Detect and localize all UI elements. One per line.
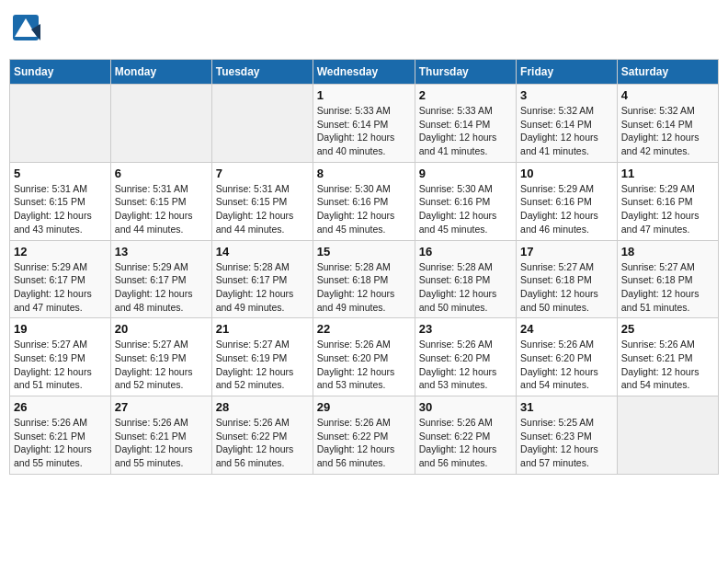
- day-number: 6: [115, 167, 208, 180]
- day-info: Sunrise: 5:31 AMSunset: 6:15 PMDaylight:…: [14, 182, 107, 236]
- day-info: Sunrise: 5:26 AMSunset: 6:21 PMDaylight:…: [621, 338, 714, 392]
- weekday-header: Monday: [110, 60, 211, 85]
- calendar-week-row: 1Sunrise: 5:33 AMSunset: 6:14 PMDaylight…: [10, 85, 719, 163]
- day-info: Sunrise: 5:26 AMSunset: 6:22 PMDaylight:…: [419, 416, 512, 470]
- calendar-week-row: 26Sunrise: 5:26 AMSunset: 6:21 PMDayligh…: [10, 396, 719, 475]
- calendar-day-cell: 25Sunrise: 5:26 AMSunset: 6:21 PMDayligh…: [617, 318, 718, 396]
- calendar-day-cell: 18Sunrise: 5:27 AMSunset: 6:18 PMDayligh…: [617, 240, 718, 318]
- calendar-day-cell: 26Sunrise: 5:26 AMSunset: 6:21 PMDayligh…: [10, 396, 111, 475]
- calendar-day-cell: 15Sunrise: 5:28 AMSunset: 6:18 PMDayligh…: [313, 240, 415, 318]
- day-number: 20: [115, 322, 208, 336]
- day-number: 31: [520, 400, 613, 414]
- day-info: Sunrise: 5:27 AMSunset: 6:19 PMDaylight:…: [115, 338, 208, 392]
- calendar-day-cell: 21Sunrise: 5:27 AMSunset: 6:19 PMDayligh…: [211, 318, 313, 396]
- calendar-week-row: 19Sunrise: 5:27 AMSunset: 6:19 PMDayligh…: [10, 318, 719, 396]
- day-number: 17: [520, 245, 613, 259]
- calendar-day-cell: 13Sunrise: 5:29 AMSunset: 6:17 PMDayligh…: [110, 240, 211, 318]
- weekday-header: Wednesday: [313, 60, 415, 85]
- day-info: Sunrise: 5:26 AMSunset: 6:20 PMDaylight:…: [419, 338, 512, 392]
- calendar-day-cell: 22Sunrise: 5:26 AMSunset: 6:20 PMDayligh…: [313, 318, 415, 396]
- calendar-day-cell: [10, 85, 111, 163]
- day-info: Sunrise: 5:30 AMSunset: 6:16 PMDaylight:…: [419, 182, 512, 236]
- calendar-day-cell: 9Sunrise: 5:30 AMSunset: 6:16 PMDaylight…: [415, 162, 516, 240]
- day-number: 21: [216, 322, 309, 336]
- day-info: Sunrise: 5:26 AMSunset: 6:22 PMDaylight:…: [317, 416, 411, 470]
- calendar-day-cell: 30Sunrise: 5:26 AMSunset: 6:22 PMDayligh…: [415, 396, 516, 475]
- calendar-week-row: 5Sunrise: 5:31 AMSunset: 6:15 PMDaylight…: [10, 162, 719, 240]
- day-info: Sunrise: 5:28 AMSunset: 6:18 PMDaylight:…: [317, 260, 411, 315]
- logo-icon: [13, 15, 40, 48]
- day-number: 16: [419, 245, 512, 259]
- weekday-header: Thursday: [415, 60, 516, 85]
- day-info: Sunrise: 5:32 AMSunset: 6:14 PMDaylight:…: [621, 104, 714, 158]
- day-number: 29: [317, 400, 411, 414]
- calendar-day-cell: 24Sunrise: 5:26 AMSunset: 6:20 PMDayligh…: [517, 318, 618, 396]
- day-info: Sunrise: 5:27 AMSunset: 6:19 PMDaylight:…: [216, 338, 309, 392]
- calendar-day-cell: 14Sunrise: 5:28 AMSunset: 6:17 PMDayligh…: [211, 240, 313, 318]
- calendar-body: 1Sunrise: 5:33 AMSunset: 6:14 PMDaylight…: [10, 85, 719, 475]
- day-info: Sunrise: 5:28 AMSunset: 6:18 PMDaylight:…: [419, 260, 512, 315]
- day-number: 27: [115, 400, 208, 414]
- day-info: Sunrise: 5:25 AMSunset: 6:23 PMDaylight:…: [520, 416, 613, 470]
- day-number: 24: [520, 322, 613, 336]
- page-header: [9, 9, 719, 53]
- day-info: Sunrise: 5:33 AMSunset: 6:14 PMDaylight:…: [317, 104, 411, 158]
- day-number: 22: [317, 322, 411, 336]
- weekday-header: Sunday: [10, 60, 111, 85]
- day-info: Sunrise: 5:31 AMSunset: 6:15 PMDaylight:…: [216, 182, 309, 236]
- weekday-header: Tuesday: [211, 60, 313, 85]
- calendar-day-cell: [110, 85, 211, 163]
- day-info: Sunrise: 5:27 AMSunset: 6:18 PMDaylight:…: [621, 260, 714, 315]
- day-info: Sunrise: 5:27 AMSunset: 6:18 PMDaylight:…: [520, 260, 613, 315]
- day-number: 11: [621, 167, 714, 180]
- calendar-day-cell: 16Sunrise: 5:28 AMSunset: 6:18 PMDayligh…: [415, 240, 516, 318]
- calendar-day-cell: 12Sunrise: 5:29 AMSunset: 6:17 PMDayligh…: [10, 240, 111, 318]
- day-info: Sunrise: 5:33 AMSunset: 6:14 PMDaylight:…: [419, 104, 512, 158]
- day-number: 3: [520, 88, 613, 102]
- day-number: 26: [14, 400, 107, 414]
- day-number: 15: [317, 245, 411, 259]
- day-number: 9: [419, 167, 512, 180]
- day-info: Sunrise: 5:32 AMSunset: 6:14 PMDaylight:…: [520, 104, 613, 158]
- day-number: 2: [419, 88, 512, 102]
- calendar-day-cell: 20Sunrise: 5:27 AMSunset: 6:19 PMDayligh…: [110, 318, 211, 396]
- calendar-week-row: 12Sunrise: 5:29 AMSunset: 6:17 PMDayligh…: [10, 240, 719, 318]
- day-number: 28: [216, 400, 309, 414]
- calendar-day-cell: 28Sunrise: 5:26 AMSunset: 6:22 PMDayligh…: [211, 396, 313, 475]
- day-number: 8: [317, 167, 411, 180]
- day-number: 25: [621, 322, 714, 336]
- day-info: Sunrise: 5:31 AMSunset: 6:15 PMDaylight:…: [115, 182, 208, 236]
- logo: [13, 15, 44, 48]
- calendar-day-cell: 7Sunrise: 5:31 AMSunset: 6:15 PMDaylight…: [211, 162, 313, 240]
- calendar-day-cell: 27Sunrise: 5:26 AMSunset: 6:21 PMDayligh…: [110, 396, 211, 475]
- day-number: 7: [216, 167, 309, 180]
- day-number: 23: [419, 322, 512, 336]
- calendar-day-cell: 11Sunrise: 5:29 AMSunset: 6:16 PMDayligh…: [617, 162, 718, 240]
- day-number: 1: [317, 88, 411, 102]
- weekday-header: Saturday: [617, 60, 718, 85]
- calendar-day-cell: [617, 396, 718, 475]
- calendar-day-cell: 10Sunrise: 5:29 AMSunset: 6:16 PMDayligh…: [517, 162, 618, 240]
- calendar-day-cell: 29Sunrise: 5:26 AMSunset: 6:22 PMDayligh…: [313, 396, 415, 475]
- calendar-day-cell: 31Sunrise: 5:25 AMSunset: 6:23 PMDayligh…: [517, 396, 618, 475]
- day-info: Sunrise: 5:28 AMSunset: 6:17 PMDaylight:…: [216, 260, 309, 315]
- day-info: Sunrise: 5:26 AMSunset: 6:21 PMDaylight:…: [115, 416, 208, 470]
- calendar-day-cell: [211, 85, 313, 163]
- calendar-day-cell: 4Sunrise: 5:32 AMSunset: 6:14 PMDaylight…: [617, 85, 718, 163]
- day-number: 12: [14, 245, 107, 259]
- day-info: Sunrise: 5:29 AMSunset: 6:16 PMDaylight:…: [520, 182, 613, 236]
- day-info: Sunrise: 5:26 AMSunset: 6:22 PMDaylight:…: [216, 416, 309, 470]
- day-info: Sunrise: 5:27 AMSunset: 6:19 PMDaylight:…: [14, 338, 107, 392]
- calendar-day-cell: 6Sunrise: 5:31 AMSunset: 6:15 PMDaylight…: [110, 162, 211, 240]
- day-info: Sunrise: 5:29 AMSunset: 6:17 PMDaylight:…: [14, 260, 107, 315]
- calendar-day-cell: 3Sunrise: 5:32 AMSunset: 6:14 PMDaylight…: [517, 85, 618, 163]
- calendar-day-cell: 23Sunrise: 5:26 AMSunset: 6:20 PMDayligh…: [415, 318, 516, 396]
- calendar-day-cell: 2Sunrise: 5:33 AMSunset: 6:14 PMDaylight…: [415, 85, 516, 163]
- day-number: 18: [621, 245, 714, 259]
- day-number: 14: [216, 245, 309, 259]
- day-number: 4: [621, 88, 714, 102]
- weekday-header: Friday: [517, 60, 618, 85]
- day-info: Sunrise: 5:26 AMSunset: 6:20 PMDaylight:…: [520, 338, 613, 392]
- day-info: Sunrise: 5:29 AMSunset: 6:16 PMDaylight:…: [621, 182, 714, 236]
- calendar-day-cell: 1Sunrise: 5:33 AMSunset: 6:14 PMDaylight…: [313, 85, 415, 163]
